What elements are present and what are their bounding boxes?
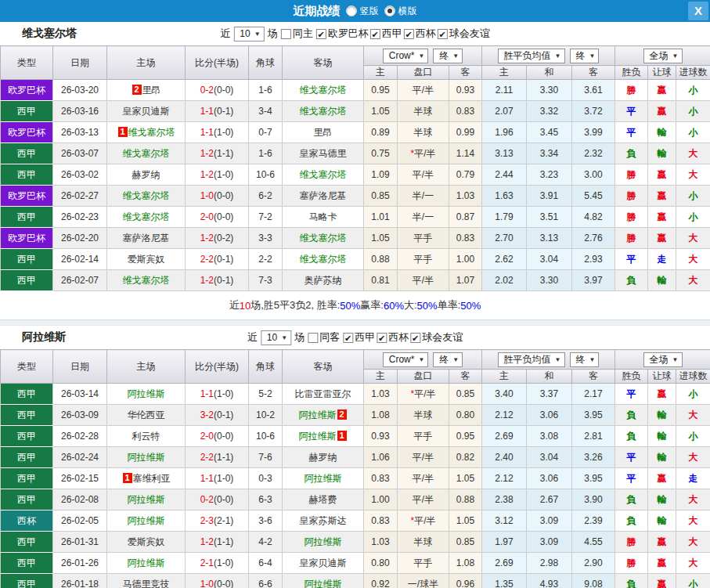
home-team-cell: 马德里竞技 <box>107 574 186 588</box>
match-row: 西甲26-02-08阿拉维斯0-2(0-0)6-3赫塔费1.00平/半0.882… <box>1 489 710 510</box>
avg-odds-select[interactable]: 胜平负均值▼ <box>498 49 565 63</box>
col-date: 日期 <box>53 46 107 80</box>
recent-count-select[interactable]: 10 ▼ <box>261 330 291 345</box>
avg-home-cell: 2.70 <box>482 228 527 249</box>
col-goals: 进球数 <box>676 66 710 80</box>
layout-vertical-radio[interactable]: 竖版 <box>346 5 379 18</box>
odds-source-select[interactable]: Crow*▼ <box>383 352 429 367</box>
league-checkbox[interactable]: ✔西甲 <box>343 330 375 345</box>
scope-select[interactable]: 全场▼ <box>643 49 683 63</box>
away-team-cell: 维戈塞尔塔 <box>283 249 364 270</box>
league-badge-cell: 西甲 <box>1 249 53 270</box>
same-venue-checkbox[interactable]: 同主 <box>281 27 313 41</box>
match-row: 欧罗巴杯26-03-202里昂0-2(0-0)1-6维戈塞尔塔0.95平/半0.… <box>1 80 710 101</box>
goals-result-cell: 小 <box>676 426 710 447</box>
layout-horizontal-radio[interactable]: 横版 <box>384 5 417 18</box>
away-team-cell: 阿拉维斯2 <box>283 405 364 426</box>
dropdown-arrow-icon: ▼ <box>589 354 596 366</box>
odds-home-cell: 0.80 <box>364 553 398 574</box>
home-team-cell: 1塞维利亚 <box>107 468 186 489</box>
recent-count-select[interactable]: 10 ▼ <box>233 27 264 41</box>
avg-draw-cell: 3.04 <box>527 249 572 270</box>
date-cell: 26-02-28 <box>53 426 107 447</box>
dropdown-arrow-icon: ▼ <box>672 354 679 366</box>
league-checkbox[interactable]: ✔欧罗巴杯 <box>316 27 369 41</box>
avg-draw-cell: 3.08 <box>527 426 572 447</box>
handicap-line-cell: 半球 <box>398 122 449 143</box>
goals-result-cell: 大 <box>676 249 710 270</box>
score-cell: 2-2(1-1) <box>186 447 249 468</box>
league-checkbox[interactable]: ✔西杯 <box>404 27 436 41</box>
league-badge-cell: 西甲 <box>1 164 53 186</box>
avg-away-cell: 2.81 <box>572 426 615 447</box>
league-checkbox[interactable]: ✔西甲 <box>370 27 402 41</box>
away-team-cell: 皇家贝迪斯 <box>283 553 364 574</box>
handicap-result-cell: 走 <box>648 249 676 270</box>
odds-away-cell: 0.82 <box>449 447 482 468</box>
corner-cell: 0-3 <box>249 468 283 489</box>
handicap-result-cell: 輸 <box>648 122 676 143</box>
col-avg-draw: 和 <box>527 370 572 384</box>
avg-draw-cell: 3.09 <box>527 510 572 532</box>
odds-home-cell: 0.88 <box>364 249 398 270</box>
handicap-line-cell: 平/半 <box>398 270 449 291</box>
date-cell: 26-01-26 <box>53 553 107 574</box>
away-team-cell: 维戈塞尔塔 <box>283 164 364 186</box>
odds-away-cell: 0.88 <box>449 489 482 510</box>
odds-final-select[interactable]: 终▼ <box>433 352 463 367</box>
home-team-cell: 维戈塞尔塔 <box>107 207 186 228</box>
handicap-result-cell: 贏 <box>648 228 676 249</box>
dropdown-arrow-icon: ▼ <box>418 50 424 62</box>
team-name: 维戈塞尔塔 <box>22 27 77 41</box>
score-cell: 2-3(2-1) <box>186 510 249 532</box>
league-badge-cell: 西甲 <box>1 101 53 122</box>
odds-away-cell: 0.79 <box>449 164 482 186</box>
handicap-line-cell: 平/半 <box>398 468 449 489</box>
match-row: 欧罗巴杯26-03-131维戈塞尔塔1-1(1-0)0-7里昂0.89半球0.9… <box>1 122 710 143</box>
col-corner: 角球 <box>249 350 283 384</box>
league-checkbox[interactable]: ✔球会友谊 <box>410 330 463 345</box>
avg-draw-cell: 2.67 <box>527 489 572 510</box>
avg-draw-cell: 3.09 <box>527 532 572 553</box>
away-team-cell: 维戈塞尔塔 <box>283 228 364 249</box>
same-venue-checkbox[interactable]: 同客 <box>308 330 340 345</box>
wdl-result-cell: 平 <box>615 101 648 122</box>
dropdown-arrow-icon: ▼ <box>555 354 561 366</box>
handicap-result-cell: 贏 <box>648 101 676 122</box>
matches-tbody: 西甲26-03-14阿拉维斯1-1(1-0)5-2比雷亚雷亚尔1.03*平/半0… <box>1 384 710 588</box>
dialog-title: 近期战绩 <box>294 4 341 19</box>
match-row: 西甲26-02-07维戈塞尔塔1-2(0-1)7-3奥萨苏纳0.81平/半1.0… <box>1 270 710 291</box>
scope-select[interactable]: 全场▼ <box>643 352 683 367</box>
col-handicap: 让球 <box>648 66 676 80</box>
col-home: 主场 <box>107 46 186 80</box>
col-odds-line: 盘口 <box>398 66 449 80</box>
odds-source-select[interactable]: Crow*▼ <box>383 49 429 63</box>
league-checkbox[interactable]: ✔球会友谊 <box>438 27 490 41</box>
away-team-cell: 阿拉维斯 <box>283 574 364 588</box>
league-badge-cell: 西甲 <box>1 553 53 574</box>
odds-home-cell: 0.92 <box>364 574 398 588</box>
score-cell: 1-2(0-1) <box>186 270 249 291</box>
wdl-result-cell: 負 <box>615 574 648 588</box>
away-team-cell: 赫塔费 <box>283 489 364 510</box>
league-checkbox[interactable]: ✔西杯 <box>377 330 409 345</box>
avg-final-select[interactable]: 终▼ <box>570 49 600 63</box>
avg-final-select[interactable]: 终▼ <box>570 352 600 367</box>
handicap-result-cell: 贏 <box>648 532 676 553</box>
corner-cell: 3-6 <box>249 510 283 532</box>
match-row: 西甲26-02-23维戈塞尔塔2-0(0-0)7-2马略卡1.01半/一0.87… <box>1 207 710 228</box>
avg-home-cell: 2.12 <box>482 468 527 489</box>
col-away: 客场 <box>283 350 364 384</box>
avg-away-cell: 2.76 <box>572 228 615 249</box>
close-button[interactable]: X <box>688 2 708 20</box>
away-team-cell: 奥萨苏纳 <box>283 270 364 291</box>
avg-home-cell: 1.97 <box>482 532 527 553</box>
handicap-line-cell: 平手 <box>398 553 449 574</box>
checkbox-checked-icon: ✔ <box>370 29 380 39</box>
score-cell: 1-1(1-0) <box>186 468 249 489</box>
avg-home-cell: 2.12 <box>482 405 527 426</box>
col-avg-home: 主 <box>482 66 527 80</box>
handicap-line-cell: 半球 <box>398 532 449 553</box>
avg-odds-select[interactable]: 胜平负均值▼ <box>498 352 565 367</box>
odds-final-select[interactable]: 终▼ <box>433 49 463 63</box>
